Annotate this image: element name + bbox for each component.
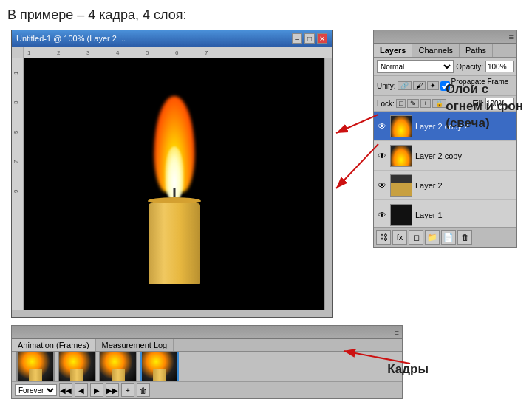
unify-label: Unify: (377, 82, 396, 90)
layer-thumb-content (391, 205, 412, 225)
rewind-button[interactable]: ◀◀ (59, 383, 72, 397)
lock-icon-2[interactable]: ✎ (407, 99, 419, 108)
layer-visibility-icon[interactable]: 👁 (377, 180, 387, 191)
scrollbar-horizontal[interactable] (12, 310, 332, 317)
canvas-image (24, 58, 324, 310)
anim-panel-menu[interactable]: ≡ (395, 328, 399, 337)
frame-item[interactable]: 3 0,1 sec.▼ (99, 352, 137, 381)
lock-icon-4[interactable]: 🔒 (432, 99, 446, 108)
svg-text:1: 1 (27, 50, 31, 56)
tab-layers[interactable]: Layers (374, 44, 412, 57)
anim-tabs: Animation (Frames) Measurement Log (12, 339, 402, 352)
svg-text:2: 2 (57, 50, 61, 56)
layer-thumb-content (391, 116, 412, 137)
ps-titlebar: Untitled-1 @ 100% (Layer 2 ... – □ ✕ (12, 30, 332, 47)
animation-panel: ≡ Animation (Frames) Measurement Log 1 0… (11, 325, 403, 399)
annotation-layers-text: Слои с огнем и фон (свеча) (446, 82, 523, 130)
frame-candle (153, 369, 166, 382)
loop-select[interactable]: Forever (15, 384, 57, 396)
step-forward-button[interactable]: ▶▶ (106, 383, 119, 397)
svg-text:3: 3 (13, 100, 19, 104)
ps-maximize-button[interactable]: □ (304, 33, 315, 44)
layers-tabs: Layers Channels Paths (374, 44, 516, 58)
frame-item[interactable]: 2 0,1 sec.▼ (58, 352, 96, 381)
ruler-top: 1 2 3 4 5 6 7 (24, 47, 332, 58)
frame-candle (29, 369, 42, 382)
layer-name: Layer 2 copy (415, 151, 514, 160)
layer-visibility-icon[interactable]: 👁 (377, 121, 387, 132)
new-layer-button[interactable]: 📄 (441, 230, 456, 245)
svg-text:5: 5 (146, 50, 149, 56)
delete-layer-button[interactable]: 🗑 (457, 230, 472, 245)
layers-panel: ≡ Layers Channels Paths Normal Opacity: … (373, 30, 517, 248)
svg-text:7: 7 (205, 50, 208, 56)
ruler-top-svg: 1 2 3 4 5 6 7 (24, 47, 332, 58)
layer-thumbnail (390, 145, 412, 167)
svg-text:6: 6 (175, 50, 179, 56)
svg-line-15 (336, 144, 378, 188)
opacity-label: Opacity: (456, 63, 483, 71)
layer-visibility-icon[interactable]: 👁 (377, 151, 387, 161)
ps-window: Untitled-1 @ 100% (Layer 2 ... – □ ✕ 1 2… (11, 30, 332, 318)
lock-label: Lock: (377, 100, 395, 108)
tab-animation-frames[interactable]: Animation (Frames) (12, 339, 96, 351)
svg-text:4: 4 (116, 50, 120, 56)
anim-bottom-toolbar: Forever ◀◀ ◀ ▶ ▶▶ + 🗑 (12, 381, 402, 398)
layer-thumbnail (390, 174, 412, 197)
layer-thumbnail (390, 204, 412, 226)
new-layer-group-button[interactable]: 📁 (425, 230, 440, 245)
unify-icon-2[interactable]: 🖌 (413, 81, 426, 90)
frame-thumbnail (58, 352, 96, 381)
ps-titlebar-btns: – □ ✕ (292, 33, 327, 44)
layer-mask-button[interactable]: ◻ (409, 230, 423, 245)
unify-icon-1[interactable]: 🔗 (398, 81, 412, 90)
layer-item[interactable]: 👁 Layer 2 (374, 171, 516, 200)
layer-item[interactable]: 👁 Layer 1 (374, 200, 516, 227)
svg-text:3: 3 (86, 50, 90, 56)
layers-panel-titlebar: ≡ (374, 30, 516, 44)
layer-visibility-icon[interactable]: 👁 (377, 210, 387, 220)
link-layers-button[interactable]: ⛓ (376, 230, 391, 245)
anim-frames-area: 1 0,1 sec.▼ 2 0,1 sec.▼ 3 0,1 sec.▼ (12, 352, 402, 381)
new-frame-button[interactable]: + (121, 383, 134, 397)
layer-item[interactable]: 👁 Layer 2 copy (374, 141, 516, 171)
frame-item[interactable]: 4 0,1 sec. (140, 352, 179, 381)
frame-thumbnail (140, 352, 179, 381)
unify-icon-3[interactable]: ✦ (427, 81, 439, 90)
layers-controls: Normal Opacity: (374, 58, 516, 76)
svg-text:1: 1 (13, 71, 19, 75)
layer-mode-select[interactable]: Normal (377, 60, 454, 73)
tab-channels[interactable]: Channels (412, 44, 459, 57)
ps-minimize-button[interactable]: – (292, 33, 302, 44)
lock-icon-1[interactable]: □ (396, 99, 406, 108)
frame-thumbnail (99, 352, 137, 381)
tab-measurement-log[interactable]: Measurement Log (96, 339, 174, 351)
ps-close-button[interactable]: ✕ (317, 33, 327, 44)
play-button[interactable]: ▶ (90, 383, 103, 397)
lock-icon-3[interactable]: + (420, 99, 430, 108)
canvas-area: 1 3 5 7 9 (12, 58, 332, 310)
tab-paths[interactable]: Paths (460, 44, 493, 57)
ruler-corner (12, 47, 24, 58)
layers-bottom-toolbar: ⛓ fx ◻ 📁 📄 🗑 (374, 227, 516, 247)
frame-candle (70, 369, 83, 382)
step-back-button[interactable]: ◀ (75, 383, 88, 397)
ruler-left: 1 3 5 7 9 (12, 58, 24, 310)
delete-frame-button[interactable]: 🗑 (137, 383, 150, 397)
ruler-area: 1 2 3 4 5 6 7 (12, 47, 332, 58)
svg-text:5: 5 (13, 130, 19, 134)
layers-panel-menu[interactable]: ≡ (509, 33, 514, 41)
svg-text:7: 7 (13, 160, 19, 163)
opacity-input[interactable] (485, 61, 514, 72)
candle-body (149, 203, 200, 284)
svg-text:9: 9 (13, 189, 19, 193)
annotation-frames-text: Кадры (387, 362, 429, 376)
layer-fx-button[interactable]: fx (392, 230, 407, 245)
frame-item[interactable]: 1 0,1 sec.▼ (16, 352, 55, 381)
svg-line-14 (336, 115, 378, 133)
ruler-left-svg: 1 3 5 7 9 (12, 58, 24, 310)
ps-window-title: Untitled-1 @ 100% (Layer 2 ... (16, 34, 126, 43)
layer-thumb-content (391, 146, 412, 166)
page-title: В примере – 4 кадра, 4 слоя: (7, 7, 187, 23)
scrollbar-vertical[interactable] (324, 58, 332, 310)
